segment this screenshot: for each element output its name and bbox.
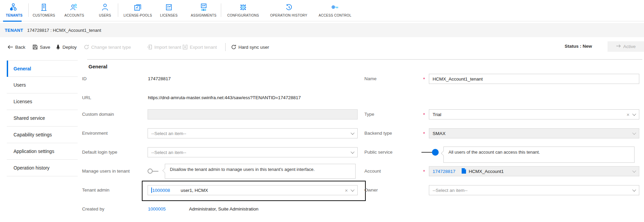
environment-label: Environment bbox=[82, 128, 108, 138]
tenant-bar-label: TENANT bbox=[5, 28, 23, 33]
nav-label: LICENSES bbox=[160, 14, 178, 17]
tooltip-notch bbox=[441, 151, 446, 156]
toolbar-separator bbox=[225, 43, 226, 51]
sidebar-item-application-settings[interactable]: Application settings bbox=[7, 143, 78, 160]
owner-label: Owner bbox=[364, 185, 378, 195]
gear-icon bbox=[238, 2, 248, 13]
created-by-id-link[interactable]: 1000005 bbox=[148, 204, 176, 214]
account-name: HCMX_Account1 bbox=[469, 169, 504, 174]
sidebar-item-operation-history[interactable]: Operation history bbox=[7, 160, 78, 176]
history-clock-icon bbox=[284, 2, 293, 13]
manage-users-label: Manage users in tenant bbox=[82, 166, 130, 176]
name-label: Name bbox=[364, 74, 377, 84]
hard-sync-user-button[interactable]: Hard sync user bbox=[231, 42, 269, 52]
nav-item-accounts[interactable]: ACCOUNTS bbox=[65, 2, 84, 17]
id-label: ID bbox=[82, 74, 87, 84]
clear-icon[interactable]: × bbox=[345, 188, 348, 193]
manage-users-toggle-off[interactable] bbox=[148, 169, 158, 174]
chevron-down-icon bbox=[632, 169, 636, 173]
chevron-down-icon[interactable] bbox=[632, 112, 636, 116]
form-section-heading: General bbox=[88, 64, 107, 69]
name-input[interactable]: HCMX_Account1_tenant bbox=[429, 74, 639, 84]
refresh-icon bbox=[84, 44, 89, 50]
tenant-admin-label: Tenant admin bbox=[82, 185, 109, 195]
document-icon bbox=[462, 168, 466, 175]
back-button[interactable]: Back bbox=[7, 42, 25, 52]
sidebar-item-general[interactable]: General bbox=[7, 60, 78, 77]
tenant-admin-combobox[interactable]: 1000008 user1, HCMX × bbox=[148, 185, 358, 195]
tooltip-notch bbox=[162, 168, 167, 173]
created-by-label: Created by bbox=[82, 204, 104, 214]
account-field[interactable]: 174728817 HCMX_Account1 bbox=[429, 166, 639, 176]
license-pools-icon bbox=[133, 2, 143, 13]
change-tenant-type-button[interactable]: Change tenant type bbox=[84, 42, 131, 52]
tenant-header-bar: TENANT 174728817 : HCMX_Account1_tenant bbox=[0, 23, 644, 37]
licenses-icon bbox=[164, 2, 174, 13]
public-service-tooltip: All users of the account can access this… bbox=[443, 147, 635, 163]
default-login-type-dropdown[interactable]: --Select an item-- bbox=[148, 147, 358, 157]
key-icon bbox=[330, 2, 340, 13]
chevron-down-icon[interactable] bbox=[632, 188, 636, 192]
set-active-button[interactable]: Active bbox=[608, 41, 644, 52]
custom-domain-input[interactable] bbox=[148, 109, 358, 119]
nav-item-operation-history[interactable]: OPERATION HISTORY bbox=[270, 2, 307, 17]
required-asterisk: * bbox=[423, 74, 427, 84]
required-asterisk: * bbox=[423, 128, 427, 138]
nav-label: TENANTS bbox=[6, 14, 22, 17]
type-label: Type bbox=[364, 109, 374, 119]
nav-item-customers[interactable]: CUSTOMERS bbox=[33, 2, 55, 17]
backend-type-label: Backend type bbox=[364, 128, 392, 138]
sidebar-item-capability-settings[interactable]: Capability settings bbox=[7, 127, 78, 143]
content-top-border bbox=[87, 59, 642, 60]
export-tenant-button[interactable]: Export tenant bbox=[182, 42, 217, 52]
public-service-toggle-on[interactable] bbox=[421, 149, 439, 156]
import-tenant-button[interactable]: Import tenant bbox=[147, 42, 181, 52]
toolbar: Back Save Deploy Change tenant type bbox=[0, 42, 644, 53]
assignments-icon bbox=[199, 2, 208, 13]
nav-item-tenants[interactable]: TENANTS bbox=[6, 2, 22, 17]
nav-separator bbox=[28, 3, 29, 17]
created-by-name: Administrator, Suite Administration bbox=[189, 206, 259, 212]
required-asterisk: * bbox=[423, 166, 427, 176]
deploy-button[interactable]: Deploy bbox=[56, 42, 77, 52]
sidebar-item-users[interactable]: Users bbox=[7, 77, 78, 93]
top-navigation: TENANTS CUSTOMERS ACCOUNTS USERS bbox=[0, 0, 644, 21]
nav-item-configurations[interactable]: CONFIGURATIONS bbox=[227, 2, 259, 17]
id-value: 174728817 bbox=[148, 74, 171, 84]
nav-item-assignments[interactable]: ASSIGNMENTS bbox=[191, 2, 216, 17]
sidebar-item-licenses[interactable]: Licenses bbox=[7, 93, 78, 110]
environment-dropdown[interactable]: --Select an item-- bbox=[148, 128, 358, 138]
text-caret bbox=[151, 187, 152, 193]
chevron-down-icon[interactable] bbox=[351, 131, 354, 135]
building-icon bbox=[39, 2, 49, 13]
clear-icon[interactable]: × bbox=[626, 112, 629, 117]
nav-label: LICENSE-POOLS bbox=[124, 14, 152, 17]
manage-users-tooltip: Disallow the tenant admin to manage user… bbox=[165, 164, 356, 179]
nav-separator bbox=[118, 3, 118, 17]
nav-item-license-pools[interactable]: LICENSE-POOLS bbox=[124, 2, 152, 17]
public-service-label: Public service bbox=[364, 147, 392, 157]
owner-dropdown[interactable]: --Select an item-- bbox=[429, 185, 639, 195]
custom-domain-label: Custom domain bbox=[82, 109, 114, 119]
url-value: https://dnd-amruta-master.swinfra.net:44… bbox=[148, 93, 301, 103]
sidebar-item-shared-service[interactable]: Shared service bbox=[7, 110, 78, 127]
nav-item-users[interactable]: USERS bbox=[99, 2, 111, 17]
active-tab-underline bbox=[3, 21, 22, 22]
chevron-down-icon bbox=[632, 131, 636, 135]
save-icon bbox=[32, 44, 38, 50]
type-combobox[interactable]: Trial × bbox=[429, 109, 639, 119]
nav-label: CUSTOMERS bbox=[33, 14, 55, 17]
nav-item-access-control[interactable]: ACCESS CONTROL bbox=[319, 2, 352, 17]
account-id-link[interactable]: 174728817 bbox=[433, 169, 461, 174]
tenant-admin-id[interactable]: 1000008 bbox=[152, 188, 181, 193]
nav-label: ASSIGNMENTS bbox=[191, 14, 216, 17]
created-by-id: 1000005 Administrator, Suite Administrat… bbox=[148, 204, 258, 214]
chevron-down-icon[interactable] bbox=[351, 188, 354, 192]
chevron-down-icon[interactable] bbox=[351, 150, 354, 154]
save-button[interactable]: Save bbox=[32, 42, 50, 52]
nav-label: USERS bbox=[99, 14, 111, 17]
nav-item-licenses[interactable]: LICENSES bbox=[160, 2, 178, 17]
nav-separator bbox=[221, 3, 221, 17]
import-icon bbox=[147, 44, 152, 50]
backend-type-dropdown[interactable]: SMAX bbox=[429, 128, 639, 138]
